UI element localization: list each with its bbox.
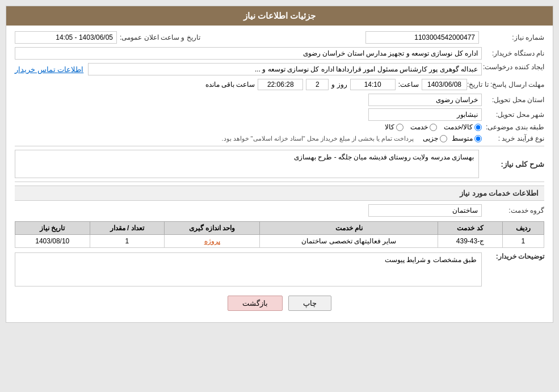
tabagheh-kala-khadamat[interactable]: کالا/خدمت — [444, 123, 482, 131]
noe-radio-group: متوسط جزیی پرداخت تمام یا بخشی از مبلغ خ… — [221, 134, 482, 142]
noe-mottasat-label: متوسط — [452, 134, 473, 142]
gorooh-value: ساختمان — [368, 204, 482, 217]
khadamat-table-section: ردیف کد خدمت نام خدمت واحد اندازه گیری ت… — [15, 221, 544, 248]
sharh-row: شرح کلی نیاز: بهسازی مدرسه ولایت روستای … — [15, 150, 544, 178]
noe-mottasat[interactable]: متوسط — [452, 134, 482, 142]
ostan-value: خراسان رضوی — [368, 94, 482, 106]
col-tedad: تعداد / مقدار — [90, 222, 164, 235]
col-kod: کد خدمت — [438, 222, 502, 235]
table-row: 1 ج-43-439 سایر فعالیتهای تخصصی ساختمان … — [15, 235, 544, 248]
chap-button[interactable]: چاپ — [288, 296, 331, 311]
top-info-row: شماره نیاز: 1103004542000477 تاریخ و ساع… — [15, 31, 544, 44]
gorooh-row: گروه خدمت: ساختمان — [15, 204, 544, 217]
noe-mottasat-radio[interactable] — [474, 135, 482, 142]
ostan-row: استان محل تحویل: خراسان رضوی — [15, 94, 544, 106]
ostan-label: استان محل تحویل: — [482, 96, 544, 104]
content-area: شماره نیاز: 1103004542000477 تاریخ و ساع… — [6, 26, 553, 322]
mohlat-row: مهلت ارسال پاسخ: تا تاریخ: 1403/06/08 سا… — [15, 79, 544, 90]
mohlat-roz-value: 2 — [306, 79, 329, 90]
shomar-niaz-group: شماره نیاز: 1103004542000477 — [365, 31, 544, 44]
bazgasht-button[interactable]: بازگشت — [228, 296, 283, 311]
shomar-niaz-value: 1103004542000477 — [365, 31, 479, 44]
sharh-label: شرح کلی نیاز: — [482, 160, 544, 168]
noe-farayand-row: نوع فرآیند خرید : متوسط جزیی پرداخت تمام… — [15, 134, 544, 142]
tarikh-label: تاریخ و ساعت اعلان عمومی: — [120, 33, 200, 41]
cell-tedad: 1 — [90, 235, 164, 248]
noe-jozei-label: جزیی — [423, 134, 438, 142]
col-radif: ردیف — [502, 222, 544, 235]
nam-dastgah-row: نام دستگاه خریدار: اداره کل نوسازی توسعه… — [15, 47, 544, 60]
toseeh-value: طبق مشخصات و شرایط پیوست — [15, 252, 482, 286]
toseeh-label: توضیحات خریدار: — [482, 252, 544, 260]
tabagheh-kala[interactable]: کالا — [385, 123, 404, 131]
cell-kod: ج-43-439 — [438, 235, 502, 248]
shahr-value: نیشابور — [368, 108, 482, 121]
mohlat-mande: ساعت باقی مانده — [205, 81, 255, 88]
sharh-value: بهسازی مدرسه ولایت روستای فدیشه میان جلگ… — [15, 150, 479, 178]
tabagheh-kala-khadamat-radio[interactable] — [474, 124, 482, 131]
shomar-niaz-label: شماره نیاز: — [482, 33, 544, 41]
col-nam: نام خدمت — [260, 222, 438, 235]
khadamat-table: ردیف کد خدمت نام خدمت واحد اندازه گیری ت… — [15, 221, 544, 248]
mohlat-saat-label: ساعت: — [398, 81, 419, 88]
ejad-link[interactable]: اطلاعات تماس خریدار — [15, 65, 83, 74]
gorooh-label: گروه خدمت: — [482, 206, 544, 214]
col-vahed: واحد اندازه گیری — [164, 222, 259, 235]
tabagheh-khadamat[interactable]: خدمت — [410, 123, 437, 131]
nam-dastgah-value: اداره کل نوسازی توسعه و تجهیز مدارس استا… — [15, 47, 482, 60]
noe-desc: پرداخت تمام یا بخشی از مبلغ خریداز محل "… — [221, 135, 414, 142]
tabagheh-kala-label: کالا — [385, 123, 394, 131]
page-title: جزئیات اطلاعات نیاز — [6, 6, 553, 26]
tarikh-group: تاریخ و ساعت اعلان عمومی: 1403/06/05 - 1… — [15, 31, 200, 44]
cell-vahed[interactable]: پروژه — [164, 235, 259, 248]
cell-tarikh: 1403/08/10 — [15, 235, 90, 248]
noe-jozei-radio[interactable] — [440, 135, 447, 142]
mohlat-countdown: 22:06:28 — [258, 79, 303, 90]
ejad-label: ایجاد کننده درخواست: — [482, 63, 544, 71]
mohlat-saat-value: 14:10 — [350, 79, 396, 90]
noe-farayand-label: نوع فرآیند خرید : — [482, 134, 544, 142]
ejad-value: عبداله گوهری پور کارشناس مسئول امور قرار… — [88, 63, 482, 75]
ejad-row: ایجاد کننده درخواست: عبداله گوهری پور کا… — [15, 63, 544, 75]
cell-radif: 1 — [502, 235, 544, 248]
khadamat-section-title: اطلاعات خدمات مورد نیاز — [15, 186, 544, 201]
main-container: جزئیات اطلاعات نیاز شماره نیاز: 11030045… — [6, 6, 553, 323]
tabagheh-kala-khadamat-label: کالا/خدمت — [444, 123, 473, 131]
divider-1 — [15, 146, 544, 146]
tabagheh-radio-group: کالا/خدمت خدمت کالا — [385, 123, 482, 131]
shahr-label: شهر محل تحویل: — [482, 111, 544, 119]
nam-dastgah-label: نام دستگاه خریدار: — [482, 49, 544, 57]
mohlat-roz-label: روز و — [331, 81, 347, 88]
toseeh-text: طبق مشخصات و شرایط پیوست — [385, 256, 477, 264]
mohlat-label: مهلت ارسال پاسخ: تا تاریخ: — [467, 81, 544, 88]
page-wrapper: جزئیات اطلاعات نیاز شماره نیاز: 11030045… — [0, 0, 559, 392]
col-tarikh: تاریخ نیاز — [15, 222, 90, 235]
tabagheh-row: طبقه بندی موضوعی: کالا/خدمت خدمت کالا — [15, 123, 544, 131]
toseeh-row: توضیحات خریدار: طبق مشخصات و شرایط پیوست — [15, 252, 544, 286]
shahr-row: شهر محل تحویل: نیشابور — [15, 108, 544, 121]
buttons-row: چاپ بازگشت — [15, 290, 544, 317]
divider-2 — [15, 182, 544, 182]
tabagheh-khadamat-radio[interactable] — [430, 124, 437, 131]
cell-nam: سایر فعالیتهای تخصصی ساختمان — [260, 235, 438, 248]
noe-jozei[interactable]: جزیی — [423, 134, 447, 142]
tabagheh-label: طبقه بندی موضوعی: — [482, 123, 544, 131]
tabagheh-kala-radio[interactable] — [396, 124, 404, 131]
tabagheh-khadamat-label: خدمت — [410, 123, 428, 131]
tarikh-value: 1403/06/05 - 14:05 — [15, 31, 117, 44]
mohlat-date: 1403/06/08 — [422, 79, 467, 90]
mohlat-countdown-area: 1403/06/08 ساعت: 14:10 روز و 2 22:06:28 … — [205, 79, 467, 90]
